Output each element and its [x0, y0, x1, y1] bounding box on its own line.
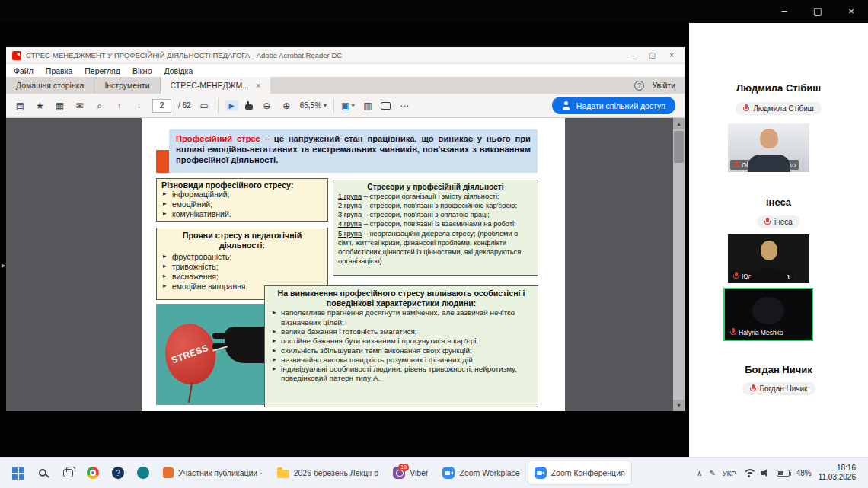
- menu-window[interactable]: Вікно: [132, 66, 152, 75]
- menu-file[interactable]: Файл: [14, 66, 34, 75]
- participant-chip[interactable]: Богдан Ничик: [742, 382, 815, 395]
- taskbar-app-viber[interactable]: 18 Viber: [387, 461, 434, 484]
- print-icon[interactable]: ▦: [53, 100, 66, 111]
- taskbar-app-label: Zoom Workplace: [459, 468, 519, 477]
- minimize-button[interactable]: –: [767, 0, 801, 23]
- close-button[interactable]: ×: [834, 0, 868, 23]
- windows-logo-icon: [12, 467, 18, 473]
- taskbar-app-zoom-workplace[interactable]: Zoom Workplace: [436, 461, 525, 484]
- menu-edit[interactable]: Правка: [46, 66, 72, 75]
- clock[interactable]: 18:16 11.03.2026: [819, 464, 856, 483]
- monitor-icon[interactable]: ▭: [198, 100, 211, 111]
- participant-chip[interactable]: Людмила Стібиш: [736, 102, 822, 115]
- volume-icon[interactable]: [761, 469, 770, 477]
- wifi-dot: [748, 475, 750, 477]
- restore-button[interactable]: ▢: [801, 0, 834, 23]
- stress-types-list: інформаційний; емоційний; комунікативний…: [161, 190, 323, 219]
- star-icon[interactable]: ★: [34, 100, 46, 111]
- pen-icon[interactable]: ✎: [709, 469, 715, 477]
- participant-video[interactable]: Oleksandr Meshko: [728, 123, 809, 172]
- help-app-button[interactable]: ?: [107, 461, 129, 484]
- share-access-button[interactable]: Надати спільний доступ: [552, 97, 675, 114]
- toolbar-separator: [333, 99, 334, 113]
- task-view-button[interactable]: [56, 461, 79, 484]
- tab-tools[interactable]: Інструменти: [94, 77, 160, 94]
- active-speaker-video[interactable]: Halyna Meshko: [723, 288, 813, 341]
- zoom-icon: [442, 467, 455, 479]
- vertical-scrollbar[interactable]: ▲ ▼: [673, 118, 685, 411]
- more-tools-icon[interactable]: ⋯: [397, 100, 410, 111]
- taskbar-app-label: 2026 березень Лекції р: [294, 468, 379, 477]
- acrobat-close-button[interactable]: ×: [669, 51, 674, 59]
- viber-icon: 18: [393, 467, 405, 479]
- scroll-up-button[interactable]: ▲: [673, 118, 685, 129]
- language-indicator[interactable]: УКР: [723, 469, 736, 477]
- hidden-icons-chevron[interactable]: ∧: [697, 469, 702, 477]
- next-page-icon[interactable]: ↓: [132, 101, 145, 110]
- page-number-input[interactable]: 2: [152, 99, 171, 113]
- tab-document-label: СТРЕС-МЕНЕДЖМ...: [171, 81, 249, 90]
- presentation-icon[interactable]: ▥: [361, 100, 374, 111]
- taskbar-app-zoom-meeting[interactable]: Zoom Конференция: [528, 461, 631, 484]
- traits-title: На виникнення професійного стресу вплива…: [271, 289, 531, 308]
- page-view-dropdown[interactable]: ▣ ▾: [341, 100, 354, 111]
- previous-page-icon[interactable]: ↑: [113, 101, 126, 110]
- menu-help[interactable]: Довідка: [164, 66, 193, 75]
- taskbar-app-browser[interactable]: Участник публикации ·: [157, 461, 269, 484]
- meeting-window-titlebar: – ▢ ×: [0, 0, 868, 23]
- email-icon[interactable]: ✉: [73, 100, 86, 111]
- stress-types-box: Різновиди професійного стресу: інформаці…: [156, 178, 328, 222]
- video-name-tag: Halyna Meshko: [727, 327, 787, 337]
- chrome-button[interactable]: [81, 461, 104, 484]
- help-icon[interactable]: ?: [634, 81, 644, 91]
- definition-term: Професійний стрес: [176, 134, 260, 143]
- tab-close-icon[interactable]: ×: [256, 81, 260, 90]
- participant-chip[interactable]: інеса: [757, 215, 800, 228]
- stressor-text: – стресори, пов'язані із взаєминами на р…: [362, 220, 516, 228]
- wifi-icon[interactable]: [743, 468, 754, 477]
- tab-home[interactable]: Домашня сторінка: [6, 77, 94, 94]
- definition-box: Професійний стрес – це напружений стан п…: [169, 129, 538, 173]
- zoom-out-icon[interactable]: ⊖: [260, 100, 273, 111]
- taskbar-app-label: Viber: [410, 468, 428, 477]
- menu-view[interactable]: Перегляд: [85, 66, 120, 75]
- tray-time: 18:16: [819, 464, 856, 474]
- start-button[interactable]: [6, 461, 29, 484]
- teal-app-button[interactable]: [132, 461, 155, 484]
- chrome-icon: [87, 467, 99, 479]
- stressor-group-label: 1 група: [338, 193, 362, 200]
- acrobat-window-controls: – ▢ ×: [630, 51, 678, 59]
- tab-document[interactable]: СТРЕС-МЕНЕДЖМ... ×: [161, 77, 271, 94]
- tabbar-right: ? Увійти: [634, 77, 685, 94]
- acrobat-minimize-button[interactable]: –: [630, 51, 635, 59]
- taskbar-app-folder[interactable]: 2026 березень Лекції р: [271, 461, 385, 484]
- page-view-icon: ▣: [341, 100, 349, 111]
- zoom-level-value: 65,5%: [300, 101, 321, 110]
- search-icon[interactable]: ⌕: [93, 100, 106, 111]
- comment-icon[interactable]: [381, 102, 391, 110]
- stressor-item: 5 група – неорганізаційні джерела стресу…: [338, 229, 533, 266]
- zoom-level-select[interactable]: 65,5% ▾: [300, 101, 327, 110]
- page-separator: /: [178, 101, 180, 110]
- save-icon[interactable]: ▤: [14, 100, 27, 111]
- battery-icon[interactable]: [777, 470, 790, 477]
- list-item: комунікативний.: [161, 209, 323, 219]
- hand-tool-icon[interactable]: [245, 101, 254, 110]
- windows-taskbar: ? Участник публикации · 2026 березень Ле…: [0, 457, 868, 488]
- mic-muted-icon: [733, 272, 739, 280]
- participant-video[interactable]: Юлія Турпакова: [728, 234, 809, 283]
- taskbar-app-label: Zoom Конференция: [551, 468, 625, 477]
- acrobat-restore-button[interactable]: ▢: [649, 51, 656, 59]
- zoom-in-icon[interactable]: ⊕: [280, 100, 293, 111]
- acrobat-logo-icon: [12, 51, 21, 60]
- scrollbar-thumb[interactable]: [674, 131, 684, 163]
- document-area: Професійний стрес – це напружений стан п…: [6, 118, 685, 411]
- sign-in-link[interactable]: Увійти: [652, 81, 675, 90]
- search-button[interactable]: [31, 461, 54, 484]
- stressor-text: – стресори, пов'язані з оплатою праці;: [362, 211, 490, 218]
- scroll-down-button[interactable]: ▼: [673, 400, 685, 411]
- video-name-tag: Юлія Турпакова: [730, 271, 793, 281]
- search-icon: [39, 469, 46, 477]
- edge-collapse-arrow-icon[interactable]: ▸: [2, 260, 6, 270]
- select-tool-icon[interactable]: ►: [225, 100, 238, 111]
